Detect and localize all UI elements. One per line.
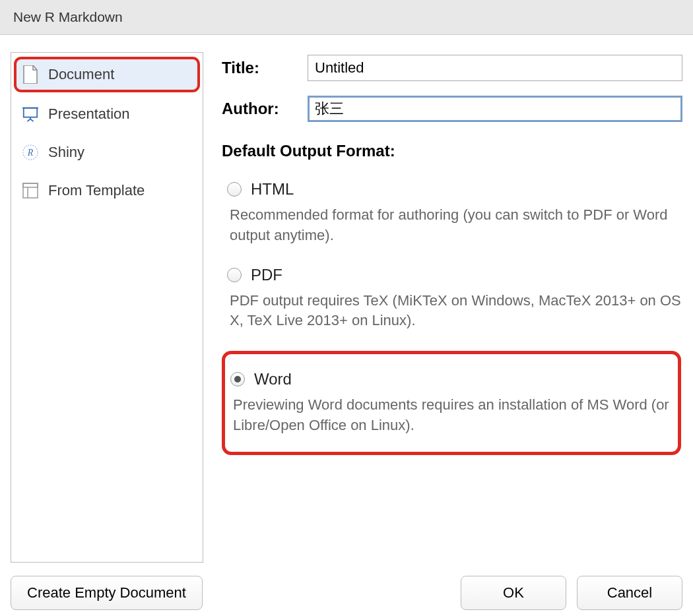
- create-empty-button[interactable]: Create Empty Document: [11, 576, 203, 610]
- template-icon: [22, 182, 39, 199]
- button-bar: Create Empty Document OK Cancel: [0, 563, 693, 616]
- radio-button-html[interactable]: [227, 182, 242, 197]
- title-label: Title:: [222, 59, 308, 77]
- svg-rect-0: [24, 108, 37, 117]
- sidebar-item-document[interactable]: Document: [14, 57, 200, 92]
- author-input[interactable]: [308, 96, 682, 122]
- sidebar: Document Presentation R Shin: [11, 52, 203, 563]
- radio-desc-word: Previewing Word documents requires an in…: [230, 395, 671, 436]
- radio-row-html[interactable]: HTML: [227, 180, 682, 199]
- radio-option-html: HTML Recommended format for authoring (y…: [222, 180, 682, 246]
- right-buttons-group: OK Cancel: [461, 576, 682, 610]
- radio-button-pdf[interactable]: [227, 268, 242, 282]
- svg-line-3: [27, 119, 30, 121]
- radio-button-word[interactable]: [230, 372, 245, 386]
- title-row: Title:: [222, 55, 682, 81]
- title-input[interactable]: [308, 55, 682, 81]
- svg-text:R: R: [27, 148, 34, 158]
- svg-rect-7: [23, 183, 38, 198]
- document-icon: [22, 66, 39, 83]
- radio-label-pdf: PDF: [251, 266, 282, 284]
- sidebar-label-document: Document: [48, 66, 114, 83]
- sidebar-label-presentation: Presentation: [48, 106, 130, 123]
- presentation-icon: [22, 106, 39, 123]
- svg-line-4: [30, 119, 34, 121]
- sidebar-item-template[interactable]: From Template: [14, 173, 200, 208]
- radio-row-pdf[interactable]: PDF: [227, 266, 682, 284]
- radio-label-html: HTML: [251, 180, 294, 199]
- author-label: Author:: [222, 100, 308, 118]
- svg-rect-8: [23, 183, 38, 187]
- output-format-heading: Default Output Format:: [222, 142, 682, 160]
- window-title: New R Markdown: [0, 0, 693, 35]
- dialog-content: Document Presentation R Shin: [0, 35, 693, 563]
- radio-desc-html: Recommended format for authoring (you ca…: [227, 205, 682, 246]
- ok-button[interactable]: OK: [461, 576, 566, 610]
- sidebar-item-presentation[interactable]: Presentation: [14, 96, 200, 132]
- sidebar-item-shiny[interactable]: R Shiny: [14, 135, 200, 170]
- radio-row-word[interactable]: Word: [230, 370, 671, 388]
- shiny-icon: R: [22, 144, 39, 161]
- radio-label-word: Word: [254, 370, 292, 388]
- cancel-button[interactable]: Cancel: [577, 576, 682, 610]
- radio-option-word: Word Previewing Word documents requires …: [222, 351, 681, 455]
- sidebar-label-template: From Template: [48, 182, 145, 199]
- radio-option-pdf: PDF PDF output requires TeX (MiKTeX on W…: [222, 266, 682, 332]
- main-panel: Title: Author: Default Output Format: HT…: [222, 52, 682, 563]
- sidebar-label-shiny: Shiny: [48, 144, 84, 161]
- author-row: Author:: [222, 96, 682, 122]
- radio-desc-pdf: PDF output requires TeX (MiKTeX on Windo…: [227, 291, 682, 332]
